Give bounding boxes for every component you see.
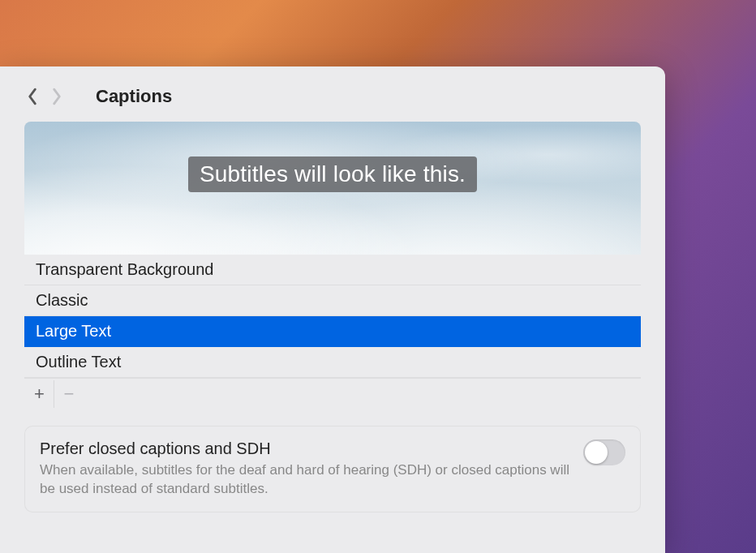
back-button[interactable] xyxy=(24,87,41,106)
titlebar: Captions xyxy=(0,66,665,122)
subtitle-preview: Subtitles will look like this. xyxy=(24,122,641,255)
style-item-outline-text[interactable]: Outline Text xyxy=(24,347,641,378)
subtitle-sample-text: Subtitles will look like this. xyxy=(188,156,477,192)
plus-icon: + xyxy=(34,384,45,405)
caption-style-list: Transparent Background Classic Large Tex… xyxy=(24,255,641,409)
captions-settings-window: Captions Subtitles will look like this. … xyxy=(0,66,665,553)
prefer-sdh-text: Prefer closed captions and SDH When avai… xyxy=(40,439,570,499)
style-item-large-text[interactable]: Large Text xyxy=(24,316,641,347)
style-item-classic[interactable]: Classic xyxy=(24,285,641,316)
prefer-sdh-toggle[interactable] xyxy=(583,439,625,465)
content-area: Subtitles will look like this. Transpare… xyxy=(0,122,665,537)
style-list-footer: + − xyxy=(24,378,641,409)
toggle-knob xyxy=(585,441,608,464)
style-item-transparent-background[interactable]: Transparent Background xyxy=(24,255,641,285)
prefer-sdh-title: Prefer closed captions and SDH xyxy=(40,439,570,458)
prefer-sdh-description: When available, subtitles for the deaf a… xyxy=(40,461,570,499)
page-title: Captions xyxy=(96,86,172,107)
prefer-sdh-row: Prefer closed captions and SDH When avai… xyxy=(24,426,641,512)
minus-icon: − xyxy=(64,384,75,405)
remove-style-button[interactable]: − xyxy=(54,380,84,408)
add-style-button[interactable]: + xyxy=(25,380,54,408)
forward-button[interactable] xyxy=(49,87,65,106)
